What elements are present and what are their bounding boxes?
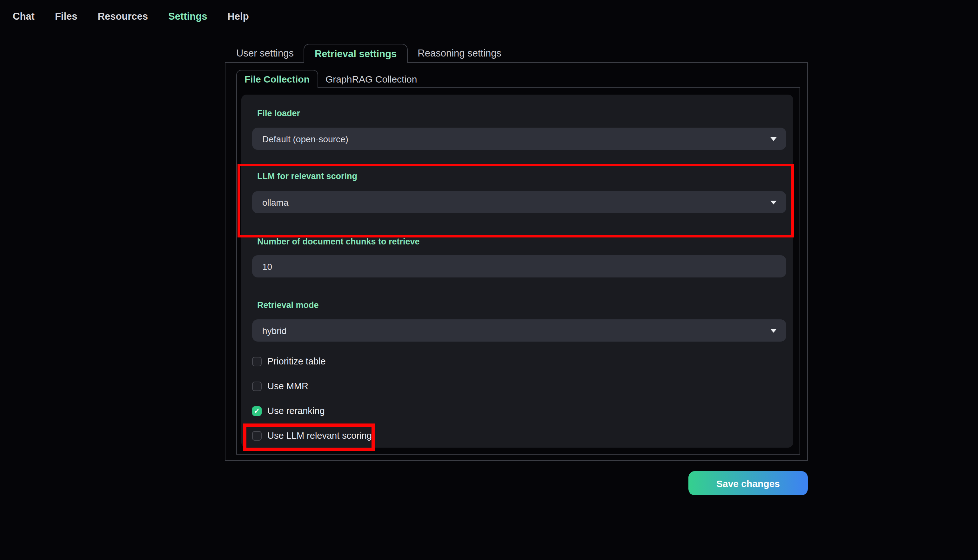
llm-scoring-dropdown[interactable]: ollama bbox=[252, 191, 786, 213]
num-chunks-input[interactable] bbox=[252, 255, 786, 277]
collection-tab-group: File Collection GraphRAG Collection File… bbox=[236, 70, 800, 455]
settings-card: File loader Default (open-source) LLM fo… bbox=[241, 95, 793, 448]
collection-tab-nav: File Collection GraphRAG Collection bbox=[236, 70, 800, 88]
tab-file-collection[interactable]: File Collection bbox=[236, 70, 318, 88]
checkbox-row-prioritize-table: Prioritize table bbox=[252, 356, 326, 367]
use-mmr-checkbox[interactable] bbox=[252, 381, 262, 391]
retrieval-mode-label: Retrieval mode bbox=[257, 300, 319, 310]
use-llm-relevant-scoring-label: Use LLM relevant scoring bbox=[267, 430, 372, 441]
retrieval-settings-panel: File Collection GraphRAG Collection File… bbox=[225, 63, 808, 461]
settings-tab-group: User settings Retrieval settings Reasoni… bbox=[225, 44, 808, 461]
nav-item-chat[interactable]: Chat bbox=[13, 11, 35, 22]
app-root: Chat Files Resources Settings Help User … bbox=[0, 0, 978, 560]
file-collection-panel: File loader Default (open-source) LLM fo… bbox=[236, 88, 800, 455]
nav-item-resources[interactable]: Resources bbox=[98, 11, 148, 22]
tab-retrieval-settings[interactable]: Retrieval settings bbox=[304, 44, 407, 63]
tab-user-settings[interactable]: User settings bbox=[226, 44, 304, 63]
use-llm-relevant-scoring-checkbox[interactable] bbox=[252, 431, 262, 440]
prioritize-table-checkbox[interactable] bbox=[252, 357, 262, 366]
dropdown-caret-icon bbox=[770, 200, 777, 204]
nav-item-files[interactable]: Files bbox=[55, 11, 77, 22]
file-loader-dropdown[interactable]: Default (open-source) bbox=[252, 128, 786, 150]
dropdown-caret-icon bbox=[770, 328, 777, 332]
num-chunks-label: Number of document chunks to retrieve bbox=[257, 237, 420, 247]
checkbox-row-use-reranking: ✓ Use reranking bbox=[252, 406, 325, 416]
save-changes-button[interactable]: Save changes bbox=[688, 471, 808, 495]
checkbox-row-use-llm-relevant-scoring: Use LLM relevant scoring bbox=[252, 430, 372, 441]
prioritize-table-label: Prioritize table bbox=[267, 356, 326, 367]
retrieval-mode-value: hybrid bbox=[262, 325, 287, 335]
top-nav: Chat Files Resources Settings Help bbox=[13, 8, 249, 25]
nav-item-help[interactable]: Help bbox=[227, 11, 248, 22]
llm-scoring-value: ollama bbox=[262, 197, 289, 207]
settings-tab-nav: User settings Retrieval settings Reasoni… bbox=[225, 44, 808, 63]
use-reranking-checkbox[interactable]: ✓ bbox=[252, 406, 262, 415]
use-reranking-label: Use reranking bbox=[267, 406, 325, 416]
llm-scoring-label: LLM for relevant scoring bbox=[257, 172, 357, 181]
dropdown-caret-icon bbox=[770, 137, 777, 141]
retrieval-mode-dropdown[interactable]: hybrid bbox=[252, 319, 786, 342]
file-loader-label: File loader bbox=[257, 108, 300, 118]
use-mmr-label: Use MMR bbox=[267, 381, 308, 391]
nav-item-settings[interactable]: Settings bbox=[168, 11, 207, 22]
tab-reasoning-settings[interactable]: Reasoning settings bbox=[407, 44, 511, 63]
tab-graphrag-collection[interactable]: GraphRAG Collection bbox=[318, 70, 425, 88]
checkbox-row-use-mmr: Use MMR bbox=[252, 381, 308, 391]
file-loader-value: Default (open-source) bbox=[262, 133, 348, 144]
